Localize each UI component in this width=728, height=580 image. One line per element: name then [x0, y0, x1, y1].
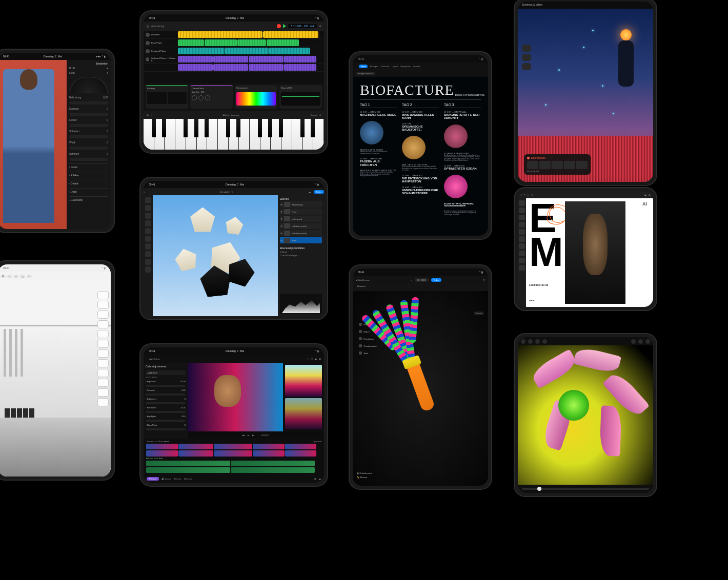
tool-button[interactable]: ▭: [13, 275, 18, 278]
project-name[interactable]: Abendsong: [151, 25, 164, 28]
doc-name[interactable]: BH_0003: [415, 278, 429, 282]
home-icon[interactable]: ⌂: [144, 191, 145, 193]
tool-icon[interactable]: [535, 339, 540, 344]
mixer-panel[interactable]: Chromaverb: [235, 85, 277, 109]
present-button[interactable]: Present: [147, 477, 159, 481]
slider[interactable]: [146, 428, 186, 430]
share-button[interactable]: Teilen: [431, 278, 441, 282]
tool-icon[interactable]: ▦: [319, 358, 321, 360]
add-mask-button[interactable]: + Add Mask: [146, 370, 186, 375]
slider-highlights[interactable]: [69, 124, 108, 127]
section-view-button[interactable]: ▦ Schnittansicht: [357, 472, 372, 474]
mixer-panel[interactable]: Channel EQ: [279, 85, 322, 109]
accordion-geometrie[interactable]: › Geometrie: [69, 196, 108, 203]
tool-icon[interactable]: ✂: [307, 358, 309, 360]
multicam-button[interactable]: Multicam: [184, 478, 192, 480]
tool-icon[interactable]: ⬓: [319, 478, 321, 480]
photo-canvas[interactable]: [0, 60, 67, 229]
back-icon[interactable]: ‹: [147, 358, 147, 360]
photo-canvas[interactable]: [518, 345, 653, 485]
tool-button[interactable]: ◯: [20, 275, 25, 278]
share-button[interactable]: Teilen: [314, 190, 324, 194]
slider[interactable]: [146, 402, 186, 404]
library-icon[interactable]: ▤: [147, 25, 149, 28]
tool-dock[interactable]: [97, 291, 109, 406]
chord-button[interactable]: Akkord: [223, 114, 229, 116]
scrubber[interactable]: [518, 485, 653, 493]
page-canvas[interactable]: E M LEKTRONISCHE USIK: [526, 198, 641, 307]
next-icon[interactable]: ⏭: [252, 434, 254, 437]
tool-strip[interactable]: [518, 198, 526, 307]
3d-viewport[interactable]: Verlauf Suchen Skizze Hinzufügen Transfo…: [353, 291, 488, 486]
tool-icon[interactable]: ⬓: [315, 358, 317, 360]
piano-keyboard[interactable]: [144, 119, 324, 150]
animate-button[interactable]: Animate: [174, 478, 181, 480]
slider-blacks[interactable]: [69, 158, 108, 161]
tool-icon[interactable]: [631, 339, 636, 344]
timeline[interactable]: Timeline 01:00 ⊖ ━━━ ⊕Options ▾ AgaOrlov…: [144, 439, 324, 474]
tool-icon[interactable]: [638, 339, 643, 344]
track-header[interactable]: Keyboard Player — Simple P…: [144, 57, 177, 62]
volume-button[interactable]: 🔊 Volume: [161, 478, 171, 480]
image-canvas[interactable]: [153, 195, 278, 316]
add-media-button[interactable]: Anlegen Medium: [356, 72, 375, 75]
track-header[interactable]: Keyboard Player: [144, 49, 177, 53]
histogram[interactable]: [280, 294, 322, 314]
tool-icon[interactable]: ▦: [314, 478, 316, 480]
tool-icon[interactable]: [645, 339, 650, 344]
tool-icon[interactable]: T: [524, 194, 525, 196]
slider[interactable]: [146, 411, 186, 413]
poster-canvas[interactable]: BIOFACTUREINNOVATIONSGIPFEL TAG 1 10 UHR…: [353, 77, 488, 236]
tool-icon[interactable]: [521, 339, 525, 344]
layer-item[interactable]: 👁Hilfslinien (recht): [280, 230, 322, 236]
3d-viewport[interactable]: [0, 281, 111, 477]
video-preview[interactable]: [188, 363, 283, 431]
slider[interactable]: [146, 420, 186, 422]
record-button[interactable]: [277, 24, 281, 28]
exposure-dial[interactable]: [70, 77, 108, 93]
tool-icon[interactable]: [528, 339, 533, 344]
tool-dock[interactable]: [522, 45, 531, 70]
tool-icon[interactable]: [542, 339, 547, 344]
tool-icon[interactable]: ◯: [311, 358, 313, 360]
layer-item[interactable]: 👁Hilfslinien (recht): [280, 223, 322, 229]
options-menu[interactable]: Options ▾: [313, 440, 321, 443]
tool-button[interactable]: ✎: [7, 275, 12, 278]
tool-palette[interactable]: [144, 195, 153, 316]
doc-title[interactable]: Zersplittert * ▾: [148, 191, 305, 193]
home-icon[interactable]: ⌂: [411, 279, 412, 281]
measure-button[interactable]: 📏 Messen: [357, 476, 372, 479]
track-header[interactable]: Bass Player: [144, 41, 177, 45]
layer-item[interactable]: 👁Form: [280, 237, 322, 243]
menu-button[interactable]: ☰: [1, 275, 6, 278]
lcd-display[interactable]: 5 1 1 001 · 120 · 4/4: [288, 24, 317, 28]
drawing-canvas[interactable]: Daumenkino 00:00:03,019: [518, 9, 653, 182]
clip-name[interactable]: Aga Orlova: [149, 358, 159, 360]
menu-review[interactable]: Überprüfen: [400, 65, 411, 68]
menu-einfuegen[interactable]: Einfügen: [370, 65, 378, 68]
transform-item[interactable]: Transformation: [357, 343, 382, 348]
play-icon[interactable]: ▶: [248, 434, 249, 437]
accordion-effekte[interactable]: › Effekte: [69, 172, 108, 178]
arpeggio-button[interactable]: Arpeggio: [231, 114, 239, 116]
accordion-details[interactable]: › Details: [69, 180, 108, 187]
edit-button[interactable]: Bearbeiten: [69, 62, 108, 65]
mixer-panel[interactable]: Alchemy: [146, 85, 188, 109]
flipbook-panel[interactable]: Daumenkino 00:00:03,019: [524, 154, 591, 175]
accordion-optik[interactable]: › Optik: [69, 188, 108, 195]
mixer-panel[interactable]: ChromaGlowNoise TubeBCC: [190, 85, 233, 109]
track-header[interactable]: Drummer: [144, 33, 177, 37]
menu-zeichnen[interactable]: Zeichnen: [381, 65, 389, 68]
tool-icon[interactable]: ⬓: [644, 194, 646, 196]
slider-whites[interactable]: [69, 147, 108, 150]
menu-layout[interactable]: Layout: [392, 65, 398, 68]
tool-icon[interactable]: ▦: [649, 194, 651, 196]
slider-contrast[interactable]: [69, 113, 108, 116]
play-button[interactable]: [283, 24, 286, 28]
slider[interactable]: [146, 385, 186, 387]
accordion-farbe[interactable]: › Farbe: [69, 163, 108, 170]
back-icon[interactable]: ‹: [356, 65, 356, 68]
menu-view[interactable]: Ansicht: [413, 65, 420, 68]
history-button[interactable]: Verlauf: [474, 312, 484, 315]
slider-shadows[interactable]: [69, 135, 108, 138]
